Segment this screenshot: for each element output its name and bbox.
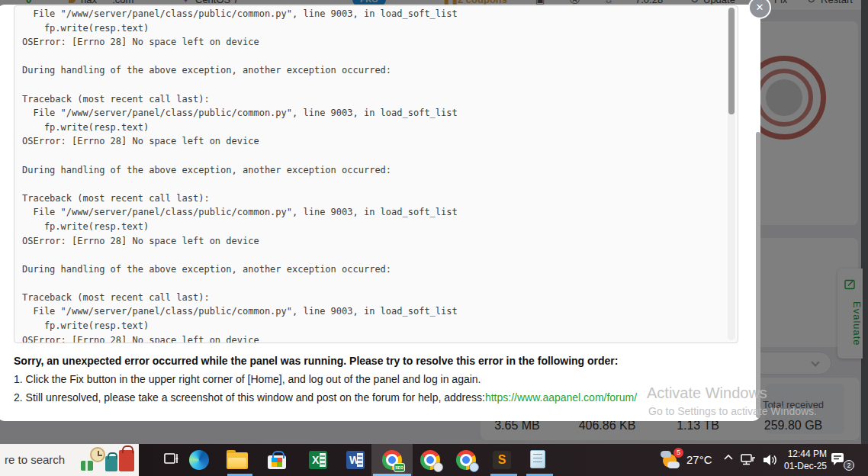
- excel-icon: X: [309, 451, 327, 469]
- chrome-badge-3: [469, 462, 479, 472]
- folder-icon: [227, 452, 248, 469]
- notification-count-badge: 2: [844, 460, 854, 471]
- error-modal: File "/www/server/panel/class/public/com…: [0, 5, 760, 421]
- show-hidden-icons-button[interactable]: [723, 454, 734, 476]
- taskbar-search[interactable]: re to search: [0, 444, 139, 476]
- teal-bag-icon: [105, 456, 117, 471]
- file-explorer-button[interactable]: [227, 450, 246, 470]
- gift-icon: [81, 461, 93, 471]
- clock-date: 01-Dec-25: [780, 460, 827, 472]
- modal-scroll-thumb[interactable]: [756, 132, 760, 418]
- word-button[interactable]: W: [346, 450, 366, 470]
- weather-button[interactable]: 5: [661, 449, 682, 471]
- word-icon: W: [346, 451, 365, 469]
- sublime-icon: S: [493, 451, 511, 469]
- screen: 0 nax****.com ✦ CentOS 7 PRO ❚❚ 2 coupon…: [0, 0, 868, 476]
- traceback-box: File "/www/server/panel/class/public/com…: [14, 5, 738, 343]
- microsoft-store-button[interactable]: [268, 450, 288, 470]
- traceback-text[interactable]: File "/www/server/panel/class/public/com…: [14, 6, 727, 343]
- clock-time: 12:44 PM: [780, 448, 827, 460]
- edge-button[interactable]: [189, 450, 209, 470]
- store-icon: [268, 455, 286, 469]
- cloud-icon: [661, 451, 671, 458]
- close-icon: ✕: [756, 2, 764, 13]
- volume-icon: [761, 452, 778, 468]
- notepad-icon: [530, 450, 545, 468]
- traceback-scroll-thumb[interactable]: [728, 8, 735, 114]
- excel-button[interactable]: X: [309, 450, 329, 470]
- taskbar-clock[interactable]: 12:44 PM 01-Dec-25: [780, 448, 827, 472]
- task-view-button[interactable]: [162, 450, 182, 470]
- weather-alert-badge: 5: [674, 448, 683, 458]
- forum-link[interactable]: https://www.aapanel.com/forum/: [485, 391, 637, 404]
- network-icon: [740, 452, 757, 468]
- error-heading: Sorry, an unexpected error occurred whil…: [14, 355, 618, 367]
- search-input[interactable]: re to search: [5, 453, 65, 466]
- chrome-button-3[interactable]: [456, 450, 476, 470]
- error-step-2: 2. Still unresolved, please take a scree…: [14, 391, 637, 404]
- error-step-2-text: 2. Still unresolved, please take a scree…: [14, 391, 485, 404]
- search-illustration: [79, 444, 139, 476]
- sublime-button[interactable]: S: [493, 450, 513, 470]
- chrome-button-active[interactable]: SEO: [382, 450, 402, 470]
- chrome-profile-badge: SEO: [394, 463, 405, 472]
- notepad-button[interactable]: [528, 450, 548, 470]
- temperature-label[interactable]: 27°C: [686, 453, 712, 466]
- red-bag-icon: [119, 450, 134, 471]
- error-step-1: 1. Click the Fix button in the upper rig…: [14, 373, 481, 385]
- chrome-button-2[interactable]: [420, 450, 440, 470]
- volume-button[interactable]: [761, 452, 778, 476]
- action-center-button[interactable]: 2: [830, 451, 853, 469]
- chevron-up-icon: [723, 454, 734, 462]
- chrome-badge-2: [433, 462, 443, 472]
- edge-icon: [189, 450, 209, 470]
- windows-taskbar: re to search: [0, 444, 868, 476]
- network-button[interactable]: [740, 452, 757, 476]
- clock-illustration-icon: [90, 447, 105, 462]
